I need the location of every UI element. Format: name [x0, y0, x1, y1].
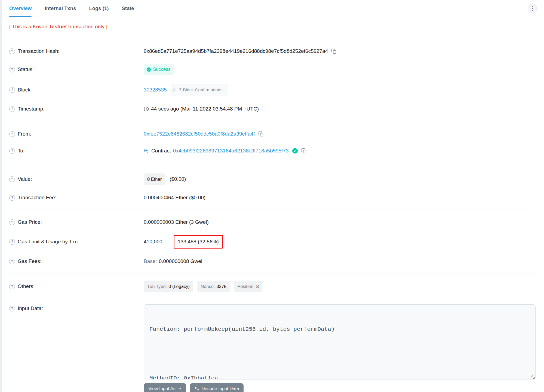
- help-icon[interactable]: ?: [9, 195, 15, 201]
- input-data-label: Input Data:: [18, 304, 43, 313]
- transaction-fee-row: ? Transaction Fee: 0.000400464 Ether ($0…: [9, 189, 536, 206]
- from-label: From:: [18, 130, 31, 138]
- status-badge: Success: [144, 64, 174, 75]
- help-icon[interactable]: ?: [9, 106, 15, 112]
- nonce-badge: Nonce:3375: [197, 281, 230, 292]
- help-icon[interactable]: ?: [9, 219, 15, 225]
- input-data-row: ? Input Data: Function: performUpkeep(ui…: [9, 296, 536, 392]
- help-icon[interactable]: ?: [9, 176, 15, 182]
- block-label: Block:: [18, 86, 32, 94]
- block-confirmations-badge: 7 Block Confirmations: [171, 84, 228, 96]
- view-input-as-button[interactable]: View Input As: [144, 383, 186, 392]
- decode-input-data-button[interactable]: Decode Input Data: [190, 383, 244, 392]
- tab-bar: Overview Internal Txns Logs (1) State: [2, 0, 543, 17]
- transaction-hash-value: 0x86ed5a771e725aa94d5b7fa2398e4419e216d8…: [144, 47, 328, 55]
- verified-check-icon: [292, 148, 298, 154]
- others-row: ? Others: Txn Type:0 (Legacy) Nonce:3375…: [9, 276, 536, 296]
- transaction-fee-label: Transaction Fee:: [18, 194, 56, 202]
- gas-usage-value: 133,488 (32.56%): [178, 238, 219, 246]
- help-icon[interactable]: ?: [9, 306, 15, 311]
- value-label: Value:: [18, 175, 32, 183]
- from-address-link[interactable]: 0xfee7522e8482682cf50ddc50a0f8da2a39effa…: [144, 130, 255, 138]
- decode-icon: [195, 386, 199, 391]
- tab-state[interactable]: State: [122, 0, 134, 17]
- testnet-notice: [ This is a Kovan Testnet transaction on…: [9, 23, 536, 30]
- timestamp-row: ? Timestamp: 44 secs ago (Mar-11-2022 03…: [9, 100, 536, 117]
- value-row: ? Value: 0 Ether ($0.00): [9, 169, 536, 189]
- timestamp-value: 44 secs ago (Mar-11-2022 03:54:48 PM +UT…: [151, 105, 259, 113]
- transaction-fee-value: 0.000400464 Ether ($0.00): [144, 194, 205, 202]
- copy-icon[interactable]: [301, 148, 307, 154]
- transaction-card: Overview Internal Txns Logs (1) State [ …: [0, 0, 543, 392]
- copy-icon[interactable]: [331, 48, 337, 54]
- gas-fees-row: ? Gas Fees: Base: 0.000000008 Gwei: [9, 253, 536, 270]
- gas-limit-usage-row: ? Gas Limit & Usage by Txn: 410,000 | 13…: [9, 231, 536, 253]
- tab-internal-txns[interactable]: Internal Txns: [45, 0, 76, 17]
- gas-usage-highlight-box: 133,488 (32.56%): [174, 235, 223, 249]
- tab-logs[interactable]: Logs (1): [89, 0, 109, 17]
- txn-type-badge: Txn Type:0 (Legacy): [144, 281, 193, 292]
- clock-icon: [144, 106, 149, 112]
- status-row: ? Status: Success: [9, 60, 536, 79]
- to-row: ? To: Contract 0x4cb093f226983713164a621…: [9, 142, 536, 159]
- check-circle-icon: [146, 67, 151, 72]
- kebab-menu-icon[interactable]: [528, 4, 537, 13]
- value-badge: 0 Ether: [144, 173, 165, 185]
- help-icon[interactable]: ?: [9, 148, 15, 154]
- help-icon[interactable]: ?: [9, 87, 15, 93]
- block-row: ? Block: 30328535 7 Block Confirmations: [9, 79, 536, 100]
- transaction-hash-label: Transaction Hash:: [18, 47, 59, 55]
- gas-limit-separator: |: [167, 238, 169, 246]
- status-label: Status:: [18, 65, 34, 74]
- from-row: ? From: 0xfee7522e8482682cf50ddc50a0f8da…: [9, 125, 536, 142]
- others-label: Others:: [18, 282, 35, 290]
- resize-handle-icon[interactable]: [531, 375, 534, 378]
- contract-word: Contract: [151, 147, 171, 155]
- zoom-in-icon[interactable]: [144, 148, 149, 154]
- help-icon[interactable]: ?: [9, 67, 15, 72]
- to-label: To:: [18, 147, 24, 155]
- copy-icon[interactable]: [258, 131, 264, 137]
- input-data-textarea[interactable]: Function: performUpkeep(uint256 id, byte…: [144, 304, 536, 379]
- gas-limit-value: 410,000: [144, 238, 162, 246]
- help-icon[interactable]: ?: [9, 259, 15, 264]
- help-icon[interactable]: ?: [9, 239, 15, 245]
- help-icon[interactable]: ?: [9, 284, 15, 289]
- block-number-link[interactable]: 30328535: [144, 86, 167, 94]
- chevron-down-icon: [178, 387, 182, 390]
- help-icon[interactable]: ?: [9, 48, 15, 54]
- position-badge: Position:3: [234, 281, 262, 292]
- timestamp-label: Timestamp:: [18, 105, 45, 113]
- tab-overview[interactable]: Overview: [9, 0, 32, 17]
- gas-limit-usage-label: Gas Limit & Usage by Txn:: [18, 238, 79, 246]
- to-address-link[interactable]: 0x4cb093f226983713164a62138c3f718a5b595f…: [173, 147, 289, 155]
- gas-price-row: ? Gas Price: 0.000000003 Ether (3 Gwei): [9, 214, 536, 231]
- value-usd: ($0.00): [170, 175, 186, 183]
- notice-section: [ This is a Kovan Testnet transaction on…: [9, 17, 536, 39]
- gas-fees-label: Gas Fees:: [18, 257, 42, 265]
- gas-fees-base-label: Base:: [144, 257, 157, 265]
- help-icon[interactable]: ?: [9, 131, 15, 137]
- gas-fees-base-value: 0.000000008 Gwei: [159, 257, 202, 265]
- gas-price-value: 0.000000003 Ether (3 Gwei): [144, 218, 209, 226]
- transaction-hash-row: ? Transaction Hash: 0x86ed5a771e725aa94d…: [9, 43, 536, 60]
- gas-price-label: Gas Price:: [18, 218, 42, 226]
